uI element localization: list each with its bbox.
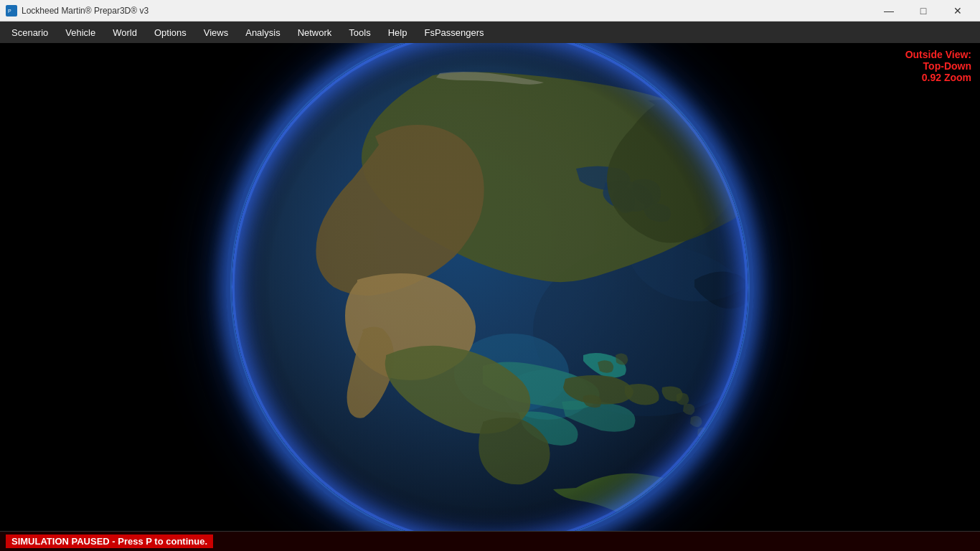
menu-item-help[interactable]: Help <box>380 22 416 43</box>
app-icon: P <box>6 5 17 17</box>
menu-item-vehicle[interactable]: Vehicle <box>57 22 104 43</box>
maximize-button[interactable]: □ <box>907 0 940 22</box>
simulation-status: SIMULATION PAUSED - Press P to continue. <box>6 534 213 548</box>
menu-item-network[interactable]: Network <box>289 22 341 43</box>
titlebar-left: P Lockheed Martin® Prepar3D® v3 <box>6 5 149 17</box>
status-bar: SIMULATION PAUSED - Press P to continue. <box>0 531 980 551</box>
menu-item-fspassengers[interactable]: FsPassengers <box>415 22 492 43</box>
view-info-overlay: Outside View: Top-Down 0.92 Zoom <box>905 49 971 83</box>
menu-item-analysis[interactable]: Analysis <box>237 22 288 43</box>
close-button[interactable]: ✕ <box>941 0 974 22</box>
menu-bar: ScenarioVehicleWorldOptionsViewsAnalysis… <box>0 22 980 43</box>
minimize-button[interactable]: — <box>872 0 905 22</box>
viewport: Outside View: Top-Down 0.92 Zoom <box>0 43 980 531</box>
earth-map-svg <box>232 43 748 531</box>
window-title: Lockheed Martin® Prepar3D® v3 <box>22 6 149 16</box>
menu-item-options[interactable]: Options <box>146 22 195 43</box>
earth-globe-container <box>232 43 748 531</box>
view-info-line3: 0.92 Zoom <box>905 72 971 83</box>
titlebar-controls: — □ ✕ <box>872 0 974 22</box>
menu-item-tools[interactable]: Tools <box>340 22 379 43</box>
right-strip <box>973 43 980 531</box>
title-bar: P Lockheed Martin® Prepar3D® v3 — □ ✕ <box>0 0 980 22</box>
view-info-line1: Outside View: <box>905 49 971 60</box>
menu-item-world[interactable]: World <box>104 22 146 43</box>
earth-globe <box>232 43 748 531</box>
menu-item-views[interactable]: Views <box>195 22 237 43</box>
menu-item-scenario[interactable]: Scenario <box>3 22 57 43</box>
svg-point-10 <box>232 43 748 531</box>
view-info-line2: Top-Down <box>905 60 971 72</box>
svg-text:P: P <box>8 9 11 14</box>
left-strip <box>0 43 7 531</box>
